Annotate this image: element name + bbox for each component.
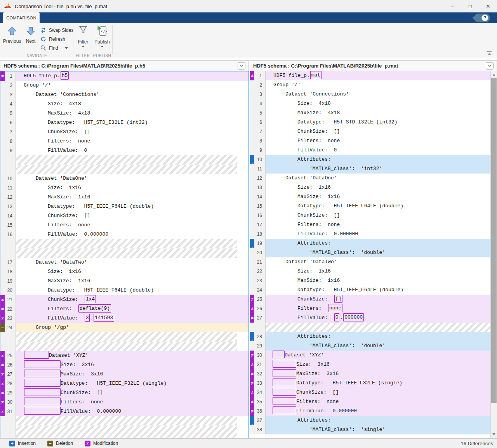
diff-row[interactable]: 12Dataset 'DataOne' xyxy=(250,174,490,183)
diff-row[interactable]: ≠22Filters: deflate(9) xyxy=(0,304,248,314)
diff-row[interactable]: 14MaxSize: 1x16 xyxy=(250,192,490,201)
diff-row[interactable]: ≠26Size: 3x16 xyxy=(0,360,248,370)
swap-sides-button[interactable]: Swap Sides xyxy=(40,26,73,35)
diff-row[interactable]: ≠28Datatype: H5T_IEEE_F32LE (single) xyxy=(0,379,248,388)
previous-button[interactable]: Previous xyxy=(2,26,23,51)
diff-row[interactable]: 14ChunkSize: [] xyxy=(0,211,248,221)
diff-row[interactable]: ≠29ChunkSize: [] xyxy=(0,388,248,398)
diff-row[interactable]: 2Group '/' xyxy=(250,80,490,90)
diff-row[interactable]: 17Dataset 'DataTwo' xyxy=(0,258,248,267)
diff-row[interactable]: ≠25Dataset 'XYZ' xyxy=(0,351,248,360)
diff-row[interactable]: ≠31Size: 3x16 xyxy=(250,360,490,369)
next-button[interactable]: Next xyxy=(23,26,39,51)
diff-row[interactable]: ≠1HDF5 file_p.h5 xyxy=(0,71,248,81)
diff-row[interactable]: 11Size: 1x16 xyxy=(0,183,248,193)
diff-row[interactable] xyxy=(250,323,490,332)
diff-row[interactable]: 7ChunkSize: [] xyxy=(0,127,248,137)
chevron-down-icon[interactable] xyxy=(486,62,494,69)
right-diff-pane[interactable]: ≠1HDF5 file_p.mat2Group '/'3Dataset 'Con… xyxy=(250,71,497,438)
refresh-button[interactable]: Refresh xyxy=(40,35,73,43)
diff-row[interactable]: −24Group '/gp' xyxy=(0,323,248,332)
diff-row[interactable] xyxy=(0,425,248,438)
diff-row[interactable]: 13Size: 1x16 xyxy=(250,183,490,192)
diff-row[interactable] xyxy=(0,342,248,351)
diff-row[interactable]: 16ChunkSize: [] xyxy=(250,211,490,220)
left-diff-pane[interactable]: ≠1HDF5 file_p.h52Group '/'3Dataset 'Conn… xyxy=(0,71,249,438)
diff-row[interactable]: 16FillValue: 0.000000 xyxy=(0,230,248,239)
diff-row[interactable]: 5MaxSize: 4x18 xyxy=(250,108,490,118)
diff-row[interactable]: ≠1HDF5 file_p.mat xyxy=(250,71,490,80)
diff-row[interactable]: 13Datatype: H5T_IEEE_F64LE (double) xyxy=(0,202,248,211)
diff-row[interactable]: 38'MATLAB_class': 'single' xyxy=(250,425,490,434)
diff-row[interactable] xyxy=(0,239,248,248)
diff-row[interactable]: 23MaxSize: 1x16 xyxy=(250,276,490,285)
diff-row[interactable]: +10Attributes: xyxy=(250,155,490,164)
minimize-button[interactable]: – xyxy=(443,0,461,12)
diff-row[interactable]: 2Group '/' xyxy=(0,81,248,90)
diff-row[interactable]: 6Datatype: H5T_STD_I32LE (int32) xyxy=(0,118,248,127)
diff-row[interactable]: 19MaxSize: 1x16 xyxy=(0,276,248,286)
diff-row[interactable]: ≠23FillValue: 3.141593 xyxy=(0,314,248,323)
diff-row[interactable]: 18Size: 1x16 xyxy=(0,267,248,276)
diff-row[interactable]: 15Datatype: H5T_IEEE_F64LE (double) xyxy=(250,201,490,211)
diff-row[interactable]: 4Size: 4x18 xyxy=(0,99,248,109)
diff-row[interactable] xyxy=(0,248,248,258)
publish-button[interactable]: </> Publish xyxy=(93,26,111,53)
diff-row[interactable]: 8Filters: none xyxy=(0,137,248,146)
find-dropdown-caret[interactable] xyxy=(65,47,68,49)
diff-row[interactable]: 9FillValue: 0 xyxy=(0,146,248,155)
close-button[interactable]: ✕ xyxy=(479,0,497,12)
scroll-up-icon[interactable] xyxy=(492,74,495,76)
vertical-scrollbar[interactable] xyxy=(490,71,497,438)
diff-row[interactable] xyxy=(0,332,248,342)
scroll-down-icon[interactable] xyxy=(492,433,495,436)
diff-row[interactable]: +37Attributes: xyxy=(250,416,490,425)
maximize-button[interactable]: □ xyxy=(461,0,479,12)
diff-row[interactable]: 8Filters: none xyxy=(250,136,490,146)
diff-row[interactable]: ≠30Filters: none xyxy=(0,398,248,407)
filter-dropdown-caret[interactable] xyxy=(82,46,85,47)
diff-row[interactable]: 29'MATLAB_class': 'double' xyxy=(250,341,490,351)
diff-row[interactable]: ≠21ChunkSize: 1x4 xyxy=(0,295,248,304)
diff-row[interactable]: ≠34ChunkSize: [] xyxy=(250,388,490,397)
filter-button[interactable]: Filter xyxy=(75,26,92,53)
diff-row[interactable]: 20'MATLAB_class': 'double' xyxy=(250,248,490,257)
diff-row[interactable]: 17Filters: none xyxy=(250,220,490,229)
help-button[interactable]: ? xyxy=(472,14,490,22)
diff-row[interactable]: 12MaxSize: 1x16 xyxy=(0,193,248,202)
diff-row[interactable]: ≠32MaxSize: 3x16 xyxy=(250,369,490,379)
diff-row[interactable]: 22Size: 1x16 xyxy=(250,267,490,276)
diff-row[interactable] xyxy=(0,155,248,165)
diff-row[interactable]: ≠33Datatype: H5T_IEEE_F32LE (single) xyxy=(250,379,490,388)
diff-row[interactable] xyxy=(0,416,248,425)
diff-row[interactable]: 18FillValue: 0.000000 xyxy=(250,229,490,239)
diff-row[interactable]: ≠27MaxSize: 3x16 xyxy=(0,370,248,379)
diff-row[interactable]: 6Datatype: H5T_STD_I32LE (int32) xyxy=(250,118,490,127)
diff-row[interactable]: 7ChunkSize: [] xyxy=(250,127,490,136)
diff-row[interactable]: 3Dataset 'Connections' xyxy=(250,90,490,99)
scrollbar-thumb[interactable] xyxy=(491,78,497,403)
chevron-down-icon[interactable] xyxy=(238,62,245,69)
diff-row[interactable] xyxy=(0,165,248,174)
diff-row[interactable]: 20Datatype: H5T_IEEE_F64LE (double) xyxy=(0,286,248,295)
diff-row[interactable]: 3Dataset 'Connections' xyxy=(0,90,248,99)
diff-row[interactable]: 24Datatype: H5T_IEEE_F64LE (double) xyxy=(250,285,490,295)
diff-row[interactable]: ≠27FillValue: 0.000000 xyxy=(250,313,490,323)
diff-row[interactable]: 11'MATLAB_class': 'int32' xyxy=(250,164,490,174)
diff-row[interactable]: ≠35Filters: none xyxy=(250,397,490,406)
diff-row[interactable]: 21Dataset 'DataTwo' xyxy=(250,257,490,267)
diff-row[interactable]: ≠30Dataset 'XYZ' xyxy=(250,351,490,360)
tab-comparison[interactable]: COMPARISON xyxy=(3,12,40,23)
diff-row[interactable]: 10Dataset 'DataOne' xyxy=(0,174,248,183)
diff-row[interactable]: +19Attributes: xyxy=(250,239,490,248)
diff-row[interactable]: 4Size: 4x18 xyxy=(250,99,490,108)
collapse-ribbon-button[interactable] xyxy=(486,51,492,56)
publish-dropdown-caret[interactable] xyxy=(101,46,104,47)
diff-row[interactable]: 5MaxSize: 4x18 xyxy=(0,109,248,118)
diff-row[interactable]: +28Attributes: xyxy=(250,332,490,341)
diff-row[interactable]: ≠36FillValue: 0.000000 xyxy=(250,406,490,416)
diff-row[interactable]: 9FillValue: 0 xyxy=(250,146,490,155)
find-button[interactable]: Find xyxy=(40,43,73,52)
diff-row[interactable]: ≠26Filters: none xyxy=(250,304,490,313)
diff-row[interactable]: ≠31FillValue: 0.000000 xyxy=(0,407,248,416)
